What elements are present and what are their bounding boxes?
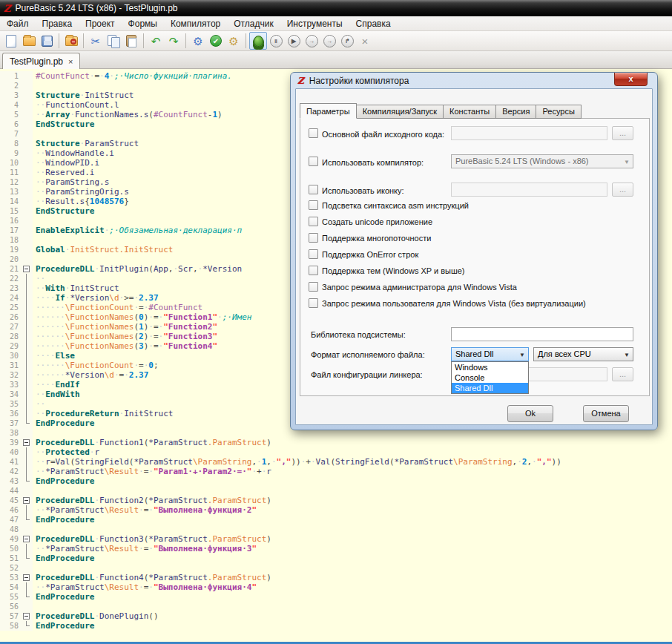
- code-line: 49ProcedureDLL·Function3(*ParamStruct.Pa…: [0, 534, 672, 544]
- paste-button[interactable]: [122, 32, 140, 50]
- kill-program-button[interactable]: ×: [356, 32, 374, 50]
- code-text: #CountFunct·=·4·;·Число·фукнций·плагина.: [33, 71, 232, 81]
- line-number: 13: [0, 187, 21, 197]
- menu-item[interactable]: Файл: [0, 17, 36, 30]
- code-text: ··ParamStringOrig.s: [33, 187, 129, 197]
- step-out-button[interactable]: ↱: [338, 32, 356, 50]
- dialog-close-button[interactable]: x: [614, 73, 648, 86]
- linker-browse-button[interactable]: ...: [612, 367, 633, 381]
- code-line: 51EndProcedure: [0, 553, 672, 563]
- dialog-tab[interactable]: Параметры: [300, 103, 357, 119]
- main-source-checkbox[interactable]: [309, 128, 318, 138]
- exe-format-combo[interactable]: Shared Dll ▼: [451, 347, 529, 361]
- step-over-button[interactable]: →: [320, 32, 338, 50]
- fold-marker: [21, 81, 33, 91]
- fold-marker: [21, 100, 33, 110]
- menu-item[interactable]: Отладчик: [227, 17, 280, 30]
- dialog-tab[interactable]: Константы: [444, 105, 496, 119]
- step-button[interactable]: →: [303, 32, 320, 50]
- compiler-combo[interactable]: PureBasic 5.24 LTS (Windows - x86) ▼: [451, 154, 633, 168]
- fold-marker: [21, 197, 33, 206]
- use-icon-checkbox[interactable]: [309, 185, 318, 194]
- line-number: 17: [0, 226, 21, 235]
- line-number: 42: [0, 467, 21, 476]
- fold-marker: [21, 409, 33, 418]
- dialog-tab[interactable]: Версия: [496, 105, 536, 119]
- fold-marker: [21, 148, 33, 158]
- fold-collapse-icon[interactable]: [21, 534, 33, 544]
- chevron-down-icon: ▼: [519, 352, 525, 358]
- open-file-button[interactable]: [20, 32, 38, 50]
- syntax-check-button[interactable]: ✔: [207, 32, 225, 50]
- dialog-tab[interactable]: Ресурсы: [536, 105, 581, 119]
- code-text: ······\FunctionCount·=·0;: [33, 361, 159, 370]
- use-compiler-checkbox[interactable]: [309, 157, 318, 166]
- redo-button[interactable]: ↷: [165, 32, 182, 50]
- tab-close-icon[interactable]: ×: [68, 57, 73, 66]
- menu-item[interactable]: Инструменты: [280, 17, 349, 30]
- line-number: 5: [0, 110, 21, 119]
- menu-item[interactable]: Формы: [122, 17, 164, 30]
- copy-button[interactable]: [105, 32, 122, 50]
- option-checkbox[interactable]: [309, 266, 318, 275]
- line-number: 41: [0, 457, 21, 467]
- fold-collapse-icon[interactable]: [21, 438, 33, 447]
- debugger-toggle-button[interactable]: [249, 32, 267, 50]
- cut-button[interactable]: ✂: [87, 32, 105, 50]
- option-checkbox[interactable]: [309, 249, 318, 259]
- cancel-button[interactable]: Отмена: [583, 405, 629, 422]
- dialog-title-bar[interactable]: Z Настройки компилятора: [291, 73, 657, 88]
- fold-collapse-icon[interactable]: [21, 611, 33, 621]
- option-checkbox[interactable]: [309, 298, 318, 308]
- code-text: [33, 563, 36, 573]
- fold-marker: [21, 139, 33, 148]
- fold-marker: [21, 110, 33, 119]
- menu-item[interactable]: Правка: [36, 17, 79, 30]
- icon-browse-button[interactable]: ...: [612, 183, 633, 197]
- subsystem-input[interactable]: [451, 327, 633, 341]
- option-checkbox[interactable]: [309, 282, 318, 292]
- code-text: EndProcedure: [33, 476, 94, 486]
- pause-button[interactable]: ‖: [267, 32, 285, 50]
- code-text: ······\FunctionCount·=·#CountFunct: [33, 303, 202, 312]
- line-number: 56: [0, 602, 21, 611]
- line-number: 4: [0, 100, 21, 110]
- dropdown-option[interactable]: Windows: [452, 362, 528, 372]
- run-button[interactable]: ▶: [285, 32, 303, 50]
- line-number: 11: [0, 168, 21, 177]
- cpu-combo[interactable]: Для всех CPU ▼: [533, 347, 633, 361]
- fold-collapse-icon[interactable]: [21, 264, 33, 274]
- dialog-tab[interactable]: Компиляция/Запуск: [357, 105, 444, 119]
- menu-item[interactable]: Проект: [79, 17, 122, 30]
- ok-button[interactable]: Ok: [507, 405, 553, 422]
- menu-item[interactable]: Справка: [349, 17, 398, 30]
- option-checkbox[interactable]: [309, 200, 318, 210]
- option-checkbox[interactable]: [309, 217, 318, 226]
- fold-collapse-icon[interactable]: [21, 496, 33, 505]
- main-source-browse-button[interactable]: ...: [612, 126, 633, 140]
- option-checkbox[interactable]: [309, 233, 318, 243]
- icon-input[interactable]: [451, 183, 607, 197]
- compiler-options-button[interactable]: ⚙: [225, 32, 243, 50]
- fold-marker: [21, 467, 33, 476]
- main-source-input[interactable]: [451, 126, 607, 140]
- fold-marker: [21, 71, 33, 81]
- code-text: [33, 235, 36, 245]
- line-number: 23: [0, 283, 21, 293]
- fold-marker: [21, 428, 33, 438]
- dropdown-option[interactable]: Console: [452, 372, 528, 383]
- dropdown-option[interactable]: Shared Dll: [452, 383, 528, 393]
- compile-run-button[interactable]: ⚙: [189, 32, 207, 50]
- close-file-button[interactable]: [62, 32, 80, 50]
- new-file-button[interactable]: [2, 32, 20, 50]
- code-text: ······\FunctionNames(2)·=·"Function3": [33, 332, 217, 341]
- code-text: EndProcedure: [33, 553, 94, 563]
- tab-testplugin[interactable]: TestPlugin.pb ×: [2, 53, 80, 69]
- line-number: 21: [0, 264, 21, 274]
- dialog-title: Настройки компилятора: [309, 76, 409, 86]
- code-line: 41··r=Val(StringField(*ParamStruct\Param…: [0, 457, 672, 467]
- menu-item[interactable]: Компилятор: [164, 17, 227, 30]
- fold-collapse-icon[interactable]: [21, 573, 33, 582]
- save-file-button[interactable]: [38, 32, 56, 50]
- undo-button[interactable]: ↶: [147, 32, 165, 50]
